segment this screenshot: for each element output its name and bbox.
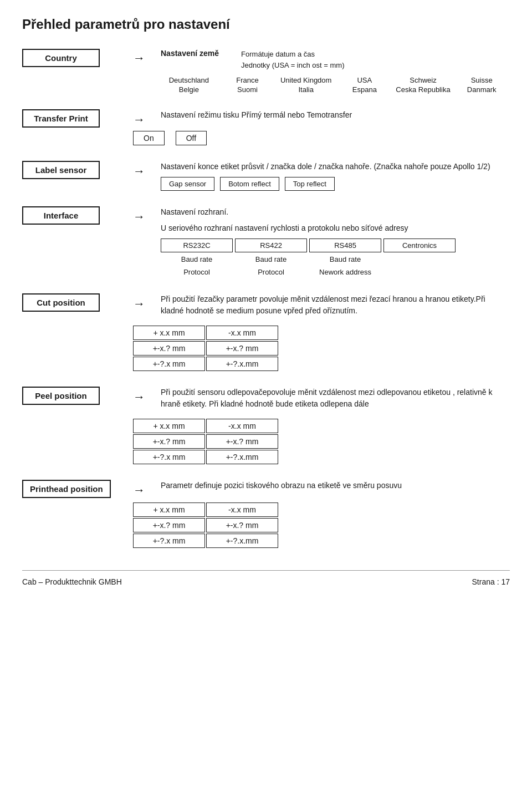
page-title: Přehled parametrů pro nastavení bbox=[22, 17, 510, 32]
printhead-position-grid: + x.x mm -x.x mm +-x.? mm +-x.? mm +-?.x… bbox=[133, 502, 510, 548]
peel-position-grid: + x.x mm -x.x mm +-x.? mm +-x.? mm +-?.x… bbox=[133, 419, 510, 464]
gap-sensor-box: Gap sensor bbox=[161, 177, 214, 191]
country-left: Country bbox=[22, 49, 133, 67]
printhead-position-desc: Parametr definuje pozici tiskového obraz… bbox=[161, 480, 510, 491]
country-header: Country → Nastavení země Formátuje datum… bbox=[22, 49, 510, 94]
peel-cell-r2c1: +-x.? mm bbox=[133, 434, 205, 449]
printhead-cell-r3c2: +-?.x.mm bbox=[206, 534, 278, 548]
rs232c-cell: RS232C bbox=[161, 238, 233, 252]
interface-arrow: → bbox=[133, 206, 161, 224]
rs485-cell: RS485 bbox=[309, 238, 381, 252]
interface-section: Interface → Nastavení rozhraní. U seriov… bbox=[22, 206, 510, 278]
peel-position-arrow: → bbox=[133, 387, 161, 404]
country-label-box: Country bbox=[22, 49, 100, 67]
baud-rate-1-cell: Baud rate bbox=[161, 253, 233, 265]
country-usa: USA bbox=[336, 76, 393, 84]
country-section: Country → Nastavení země Formátuje datum… bbox=[22, 49, 510, 94]
cut-position-label-box: Cut position bbox=[22, 293, 100, 312]
country-france: France bbox=[219, 76, 276, 84]
country-schweiz: Schweiz bbox=[395, 76, 452, 84]
protocol-2-cell: Protocol bbox=[235, 266, 307, 278]
country-suisse: Suisse bbox=[453, 76, 510, 84]
cut-position-arrow: → bbox=[133, 293, 161, 311]
label-sensor-label-box: Label sensor bbox=[22, 161, 100, 179]
peel-cell-r3c2: +-?.x.mm bbox=[206, 450, 278, 464]
country-row2: Belgie Suomi Italia Espana Ceska Republi… bbox=[161, 85, 510, 94]
transfer-print-content: Nastavení režimu tisku Přímý termál nebo… bbox=[161, 109, 510, 125]
interface-protocol-row: Protocol Protocol Nework address bbox=[161, 266, 449, 278]
label-sensor-arrow: → bbox=[133, 161, 161, 179]
interface-row: Interface → Nastavení rozhraní. U seriov… bbox=[22, 206, 510, 278]
peel-cell-r2c2: +-x.? mm bbox=[206, 434, 278, 449]
printhead-cell-r3c1: +-?.x mm bbox=[133, 534, 205, 548]
interface-baudrate-row: Baud rate Baud rate Baud rate bbox=[161, 253, 449, 265]
cut-position-left: Cut position bbox=[22, 293, 133, 312]
peel-position-label-box: Peel position bbox=[22, 387, 100, 405]
transfer-print-row: Transfer Print → Nastavení režimu tisku … bbox=[22, 109, 510, 128]
country-ceska: Ceska Republika bbox=[395, 85, 452, 94]
footer-right: Strana : 17 bbox=[472, 577, 510, 586]
transfer-print-desc: Nastavení režimu tisku Přímý termál nebo… bbox=[161, 109, 510, 121]
peel-position-table: + x.x mm -x.x mm +-x.? mm +-x.? mm +-?.x… bbox=[133, 419, 510, 464]
interface-names-row: RS232C RS422 RS485 Centronics bbox=[161, 238, 449, 252]
cut-position-table: + x.x mm -x.x mm +-x.? mm +-x.? mm +-?.x… bbox=[133, 326, 510, 371]
cut-cell-r2c1: +-x.? mm bbox=[133, 341, 205, 356]
label-sensor-row: Label sensor → Nastavení konce etiket pr… bbox=[22, 161, 510, 191]
interface-desc1: Nastavení rozhraní. bbox=[161, 206, 510, 218]
sensor-type-row: Gap sensor Botom reflect Top reflect bbox=[161, 177, 510, 191]
cut-cell-r3c1: +-?.x mm bbox=[133, 357, 205, 371]
printhead-cell-r1c1: + x.x mm bbox=[133, 502, 205, 517]
country-italia: Italia bbox=[278, 85, 334, 94]
country-deutschland: Deutschland bbox=[161, 76, 217, 84]
baud-rate-2-cell: Baud rate bbox=[235, 253, 307, 265]
peel-position-section: Peel position → Při použití sensoru odle… bbox=[22, 387, 510, 464]
label-sensor-section: Label sensor → Nastavení konce etiket pr… bbox=[22, 161, 510, 191]
cut-position-desc: Při použití řezačky parametr povoluje mě… bbox=[161, 293, 510, 317]
peel-position-content: Při použití sensoru odlepovačepovoluje m… bbox=[161, 387, 510, 414]
peel-cell-r3c1: +-?.x mm bbox=[133, 450, 205, 464]
label-sensor-desc: Nastavení konce etiket průsvit / značka … bbox=[161, 161, 510, 172]
on-box: On bbox=[133, 131, 165, 145]
printhead-cell-r1c2: -x.x mm bbox=[206, 502, 278, 517]
cut-cell-r3c2: +-?.x.mm bbox=[206, 357, 278, 371]
botom-reflect-box: Botom reflect bbox=[220, 177, 279, 191]
nework-address-cell: Nework address bbox=[309, 266, 381, 278]
cut-cell-r2c2: +-x.? mm bbox=[206, 341, 278, 356]
transfer-print-label-box: Transfer Print bbox=[22, 109, 100, 128]
printhead-position-section: Printhead position → Parametr definuje p… bbox=[22, 480, 510, 548]
interface-desc2: U seriového rozhraní nastavení rychlosti… bbox=[161, 222, 510, 234]
cut-position-section: Cut position → Při použití řezačky param… bbox=[22, 293, 510, 371]
peel-cell-r1c2: -x.x mm bbox=[206, 419, 278, 433]
transfer-print-section: Transfer Print → Nastavení režimu tisku … bbox=[22, 109, 510, 145]
protocol-1-cell: Protocol bbox=[161, 266, 233, 278]
country-uk: United Kingdom bbox=[278, 76, 334, 84]
printhead-position-arrow: → bbox=[133, 480, 161, 498]
interface-label-box: Interface bbox=[22, 206, 100, 225]
centronics-cell: Centronics bbox=[383, 238, 456, 252]
printhead-position-table: + x.x mm -x.x mm +-x.? mm +-x.? mm +-?.x… bbox=[133, 502, 510, 548]
printhead-cell-r2c2: +-x.? mm bbox=[206, 518, 278, 532]
cut-cell-r1c2: -x.x mm bbox=[206, 326, 278, 340]
label-sensor-content: Nastavení konce etiket průsvit / značka … bbox=[161, 161, 510, 191]
footer-left: Cab – Produkttechnik GMBH bbox=[22, 577, 122, 586]
printhead-position-row: Printhead position → Parametr definuje p… bbox=[22, 480, 510, 498]
interface-grid: RS232C RS422 RS485 Centronics Baud rate … bbox=[161, 238, 449, 278]
off-box: Off bbox=[176, 131, 207, 145]
rs422-cell: RS422 bbox=[235, 238, 307, 252]
footer: Cab – Produkttechnik GMBH Strana : 17 bbox=[22, 570, 510, 586]
top-reflect-box: Top reflect bbox=[285, 177, 335, 191]
cut-cell-r1c1: + x.x mm bbox=[133, 326, 205, 340]
peel-position-desc: Při použití sensoru odlepovačepovoluje m… bbox=[161, 387, 510, 410]
printhead-position-label-box: Printhead position bbox=[22, 480, 111, 498]
peel-position-row: Peel position → Při použití sensoru odle… bbox=[22, 387, 510, 414]
on-off-row: On Off bbox=[133, 131, 510, 145]
baud-rate-empty-cell bbox=[383, 253, 456, 265]
peel-cell-r1c1: + x.x mm bbox=[133, 419, 205, 433]
baud-rate-3-cell: Baud rate bbox=[309, 253, 381, 265]
country-format-desc: Formátuje datum a čas Jednotky (USA = in… bbox=[241, 49, 344, 70]
country-espana: Espana bbox=[336, 85, 393, 94]
interface-left: Interface bbox=[22, 206, 133, 225]
cut-position-content: Při použití řezačky parametr povoluje mě… bbox=[161, 293, 510, 321]
country-danmark: Danmark bbox=[453, 85, 510, 94]
cut-position-row: Cut position → Při použití řezačky param… bbox=[22, 293, 510, 321]
